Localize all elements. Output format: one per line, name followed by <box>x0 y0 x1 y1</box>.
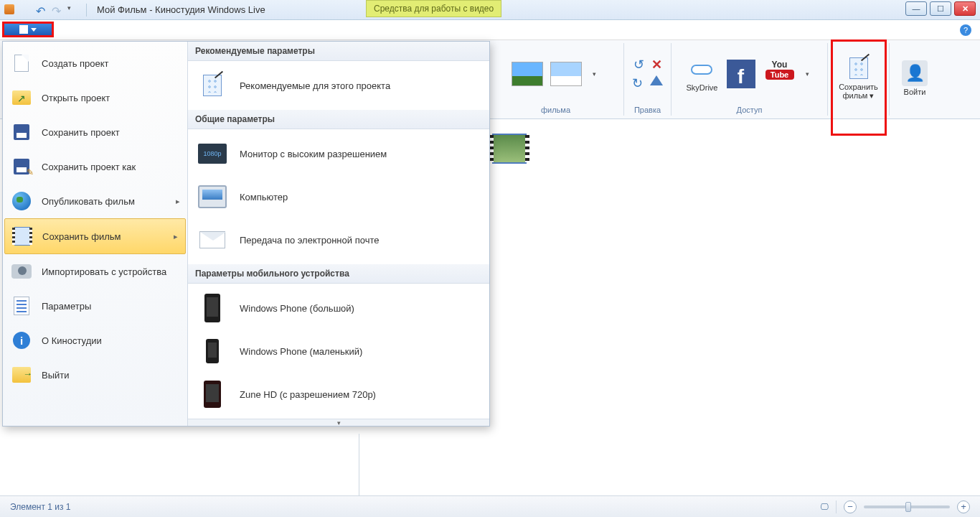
chevron-down-icon <box>31 28 37 32</box>
zoom-slider[interactable] <box>864 506 950 508</box>
youtube-icon: YouTube <box>765 60 794 88</box>
rotate-right-icon[interactable]: ↻ <box>632 75 643 91</box>
ribbon-group-edit: ↺ ✕ ↻ Правка <box>624 43 672 116</box>
globe-icon <box>12 192 31 210</box>
gallery-thumb-2[interactable] <box>550 62 583 86</box>
gallery-thumb-1[interactable] <box>511 62 544 86</box>
minimize-button[interactable]: — <box>905 1 927 16</box>
share-more-icon[interactable]: ▾ <box>802 70 814 78</box>
save-movie-label: Сохранить фильм ▾ <box>834 83 884 101</box>
view-switch-icon[interactable]: 🖵 <box>820 502 829 512</box>
file-menu-button[interactable] <box>2 22 54 37</box>
select-icon[interactable] <box>650 75 663 85</box>
facebook-button[interactable]: f <box>725 61 758 87</box>
redo-icon[interactable]: ↷ <box>52 4 63 16</box>
new-doc-icon <box>14 55 29 72</box>
video-tools-context-tab[interactable]: Средства для работы с видео <box>366 0 501 17</box>
camera-icon <box>11 264 32 279</box>
section-common: Общие параметры <box>188 110 489 129</box>
film-wand-icon <box>849 57 868 79</box>
save-icon[interactable] <box>20 4 32 16</box>
menu-publish-movie[interactable]: Опубликовать фильм <box>3 184 187 218</box>
file-menu-right: Рекомендуемые параметры Рекомендуемые дл… <box>188 42 489 426</box>
status-divider <box>836 500 837 513</box>
menu-save-movie[interactable]: Сохранить фильм <box>4 218 186 254</box>
zoom-in-button[interactable]: + <box>957 500 970 513</box>
signin-button[interactable]: 👤 Войти <box>898 60 931 96</box>
zoom-slider-thumb[interactable] <box>905 502 911 512</box>
ribbon-group-save-movie: Сохранить фильм ▾ <box>828 43 890 116</box>
titlebar: ↶ ↷ ▾ Мой Фильм - Киностудия Windows Liv… <box>0 0 980 20</box>
video-clip-thumbnail[interactable] <box>492 134 527 164</box>
app-icon <box>4 4 16 16</box>
section-recommended: Рекомендуемые параметры <box>188 42 489 61</box>
menu-about[interactable]: iО Киностудии <box>3 323 187 358</box>
facebook-icon: f <box>727 60 755 88</box>
ribbon-group-movie-label: фильма <box>488 104 623 116</box>
option-recommended[interactable]: Рекомендуемые для этого проекта <box>188 64 489 107</box>
phone-icon <box>204 294 220 322</box>
film-wand-icon <box>203 75 222 96</box>
signin-label: Войти <box>904 88 926 96</box>
ribbon-group-signin: 👤 Войти <box>890 43 940 116</box>
save-as-icon <box>14 159 29 174</box>
rotate-left-icon[interactable]: ↺ <box>633 57 644 73</box>
ribbon-group-share-label: Доступ <box>672 104 827 116</box>
monitor-1080-icon: 1080p <box>198 144 227 164</box>
file-doc-icon <box>19 25 28 34</box>
user-icon: 👤 <box>902 60 928 86</box>
menu-save-project[interactable]: Сохранить проект <box>3 115 187 149</box>
maximize-button[interactable]: ☐ <box>930 1 951 16</box>
help-icon[interactable]: ? <box>960 24 971 36</box>
submenu-scroll-down[interactable]: ▾ <box>188 419 489 426</box>
skydrive-label: SkyDrive <box>686 83 717 92</box>
window-title: Мой Фильм - Киностудия Windows Live <box>97 4 265 15</box>
qat-divider <box>86 4 87 17</box>
menu-settings[interactable]: Параметры <box>3 289 187 323</box>
youtube-button[interactable]: YouTube <box>763 61 796 87</box>
save-movie-button[interactable]: Сохранить фильм ▾ <box>834 55 884 101</box>
window-controls: — ☐ ✕ <box>905 1 976 16</box>
menu-open-project[interactable]: ↗Открыть проект <box>3 80 187 115</box>
option-wp-large[interactable]: Windows Phone (большой) <box>188 287 489 330</box>
save-icon <box>14 124 29 140</box>
preview-divider <box>359 434 359 495</box>
menu-save-project-as[interactable]: Сохранить проект как <box>3 149 187 184</box>
delete-icon[interactable]: ✕ <box>651 57 662 73</box>
exit-icon <box>12 367 31 383</box>
settings-list-icon <box>14 297 29 315</box>
menu-import-device[interactable]: Импортировать с устройства <box>3 254 187 289</box>
option-email[interactable]: Передача по электронной почте <box>188 218 489 261</box>
ribbon-group-edit-label: Правка <box>624 104 671 116</box>
gallery-more-icon[interactable]: ▾ <box>588 70 601 78</box>
statusbar: Элемент 1 из 1 🖵 − + <box>0 495 980 517</box>
phone-small-icon <box>206 339 219 363</box>
menu-exit[interactable]: Выйти <box>3 358 187 392</box>
open-folder-icon: ↗ <box>12 90 31 105</box>
zune-icon <box>204 381 221 408</box>
option-wp-small[interactable]: Windows Phone (маленький) <box>188 330 489 373</box>
undo-icon[interactable]: ↶ <box>36 4 47 16</box>
ribbon-group-share: SkyDrive f YouTube ▾ Доступ <box>672 43 828 116</box>
zoom-out-button[interactable]: − <box>844 500 857 513</box>
ribbon-tabs-row: ? <box>0 20 980 40</box>
skydrive-icon <box>688 59 717 79</box>
mail-icon <box>199 231 225 248</box>
option-hd-monitor[interactable]: 1080pМонитор с высоким разрешением <box>188 132 489 175</box>
section-mobile: Параметры мобильного устройства <box>188 264 489 284</box>
option-zune-hd[interactable]: Zune HD (с разрешением 720p) <box>188 373 489 416</box>
film-icon <box>14 227 30 246</box>
menu-new-project[interactable]: Создать проект <box>3 46 187 80</box>
file-menu: Создать проект ↗Открыть проект Сохранить… <box>2 41 490 427</box>
qat-customize-icon[interactable]: ▾ <box>67 4 79 16</box>
status-text: Элемент 1 из 1 <box>10 502 71 512</box>
ribbon-group-movie: ▾ фильма <box>488 43 624 116</box>
close-button[interactable]: ✕ <box>954 1 976 16</box>
option-computer[interactable]: Компьютер <box>188 175 489 218</box>
monitor-icon <box>198 185 227 208</box>
info-icon: i <box>13 332 30 349</box>
quick-access-toolbar: ↶ ↷ ▾ Мой Фильм - Киностудия Windows Liv… <box>0 4 265 17</box>
skydrive-button[interactable]: SkyDrive <box>686 56 719 92</box>
file-menu-left: Создать проект ↗Открыть проект Сохранить… <box>3 42 188 426</box>
